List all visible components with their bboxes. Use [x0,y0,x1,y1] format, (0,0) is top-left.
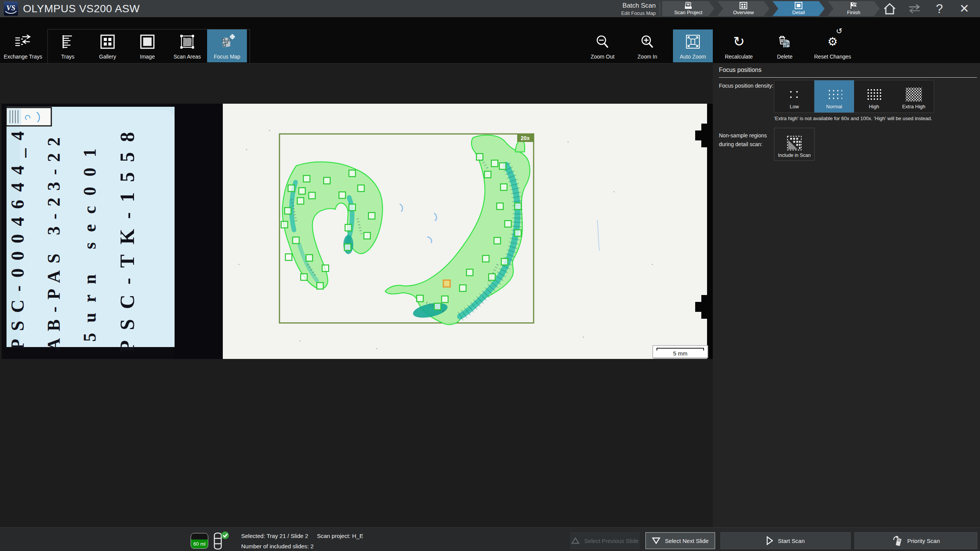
help-button[interactable]: ? [931,0,948,17]
included-slides-status: Number of included slides: 2 [241,543,314,549]
step-finish[interactable]: Finish [828,1,880,16]
recalculate-button[interactable]: ↻ Recalculate [719,29,759,62]
density-option-high[interactable]: High [854,80,894,112]
density-option-low[interactable]: Low [774,80,814,112]
focus-position-marker[interactable] [349,204,356,211]
focus-position-marker[interactable] [501,184,507,191]
focus-position-marker[interactable] [301,274,307,280]
focus-position-marker[interactable] [349,170,356,177]
gallery-button[interactable]: Gallery [88,29,127,62]
focus-position-marker[interactable] [483,256,489,262]
svg-text:20x: 20x [521,135,530,141]
non-sample-label-line1: Non-sample regions [719,132,767,139]
focus-position-marker[interactable] [281,222,288,228]
slide-image[interactable]: PSC-0004644_4 AB-PAS 3-23-22 5urn sec001… [2,104,713,359]
focus-position-marker[interactable] [434,303,441,310]
focus-position-marker[interactable] [345,225,352,231]
focus-position-marker[interactable] [345,244,351,251]
step-label: Finish [847,10,861,15]
toolbar-button-label: Trays [61,54,74,60]
density-option-label: High [869,104,879,109]
focus-position-marker[interactable] [442,296,448,303]
close-button[interactable]: ✕ [955,0,974,17]
detail-icon [795,2,802,9]
start-scan-button[interactable]: Start Scan [720,532,851,549]
focus-position-marker[interactable] [306,255,313,261]
focus-position-marker[interactable] [515,203,521,210]
trays-button[interactable]: Trays [48,29,88,62]
focus-position-marker[interactable] [489,274,495,280]
auto-zoom-button[interactable]: Auto Zoom [673,29,713,62]
focus-position-marker[interactable] [477,154,483,160]
focus-position-marker[interactable] [297,198,304,204]
density-option-normal[interactable]: Normal [814,80,854,112]
button-label: Priority Scan [907,538,940,544]
focus-position-marker-selected[interactable] [443,280,450,287]
status-bar: 60 ml Selected: Tray 21 / Slide 2 Scan p… [0,527,980,551]
zoom-out-button[interactable]: Zoom Out [583,29,622,62]
focus-position-marker[interactable] [293,237,299,244]
fluid-level-value: 60 ml [193,541,206,547]
density-option-extra-high[interactable]: Extra High [894,80,934,112]
focus-position-marker[interactable] [322,265,329,272]
focus-position-marker[interactable] [515,230,521,236]
fluid-level-indicator: 60 ml [191,533,208,549]
focus-position-marker[interactable] [505,221,511,227]
focus-position-marker[interactable] [304,176,310,182]
toolbar-button-label: Recalculate [725,54,753,60]
divider [719,77,977,78]
focus-position-marker[interactable] [288,185,295,192]
focus-position-marker[interactable] [460,285,466,292]
focus-position-marker[interactable] [485,171,491,178]
focus-position-marker[interactable] [317,283,323,289]
button-label: Start Scan [778,538,805,544]
button-label: Select Next Slide [665,538,709,544]
focus-position-marker[interactable] [369,213,375,219]
focus-position-marker[interactable] [285,208,291,214]
zoom-out-icon [595,29,610,54]
step-detail[interactable]: Detail [773,1,825,16]
zoom-in-button[interactable]: Zoom In [627,29,667,62]
focus-position-marker[interactable] [324,178,330,184]
slide-dark-band [175,104,223,359]
focus-position-marker[interactable] [309,192,315,199]
slide-thumbnail-overlay [6,108,51,126]
divider [660,2,660,15]
select-next-slide-button[interactable]: Select Next Slide [645,532,715,549]
focus-position-marker[interactable] [501,259,508,265]
focus-position-marker[interactable] [467,269,473,276]
focus-position-marker[interactable] [417,295,423,302]
focus-position-marker[interactable] [497,203,503,210]
home-button[interactable] [880,0,900,17]
focus-position-marker[interactable] [286,254,292,261]
vs-logo-icon: VS [4,2,18,16]
focus-position-marker[interactable] [500,163,506,170]
density-label: Focus position density: [719,83,773,89]
step-overview[interactable]: Overview [717,1,769,16]
scan-areas-button[interactable]: Scan Areas [167,29,207,62]
toolbar-button-label: Zoom In [637,54,657,60]
focus-position-marker[interactable] [364,233,371,239]
step-label: Detail [792,10,805,15]
toolbar-button-label: Reset Changes [814,54,851,60]
non-sample-label-line2: during detail scan: [719,141,763,147]
density-high-icon [866,88,882,101]
focus-position-marker[interactable] [299,188,305,194]
step-scan-project[interactable]: Scan Project [662,1,714,16]
exchange-trays-button[interactable]: Exchange Trays [3,29,43,62]
image-button[interactable]: Image [127,29,167,62]
focus-position-marker[interactable] [339,192,346,199]
delete-button[interactable]: Delete [765,29,805,62]
focus-map-button[interactable]: Focus Map [207,29,247,62]
density-option-label: Extra High [902,104,926,109]
density-options-group: Low Normal High Extra High [774,80,934,113]
transfer-button[interactable] [906,0,923,17]
focus-position-marker[interactable] [358,185,364,192]
reset-changes-button[interactable]: ⚙ ↺ Reset Changes [808,29,858,62]
focus-position-marker[interactable] [492,160,498,167]
scale-bar: 5 mm [653,346,709,359]
include-in-scan-button[interactable]: Include in Scan [774,128,815,161]
priority-scan-button[interactable]: Priority Scan [854,532,977,549]
include-in-scan-icon [786,135,802,151]
focus-position-marker[interactable] [494,238,501,244]
